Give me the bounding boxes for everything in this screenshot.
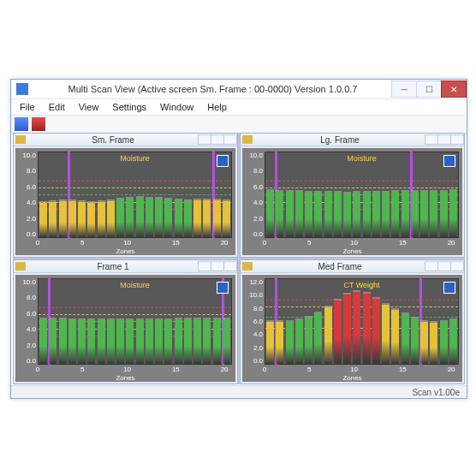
panel-btn[interactable]	[211, 134, 224, 145]
menu-edit[interactable]: Edit	[42, 101, 72, 113]
bar	[266, 189, 274, 237]
y-axis-labels: 10.08.06.04.02.00.0	[15, 152, 38, 238]
bar	[411, 317, 419, 364]
bar	[430, 321, 437, 364]
chart-title: Moisture	[39, 281, 231, 289]
chart-options-icon[interactable]	[443, 155, 455, 167]
bar	[391, 190, 399, 237]
toolbar-btn-2[interactable]	[32, 117, 45, 131]
bar	[78, 200, 86, 237]
x-axis-title: Zones	[242, 374, 462, 382]
statusbar: Scan v1.00e	[11, 385, 467, 398]
panel-header: Med Frame	[241, 260, 464, 273]
x-axis-title: Zones	[15, 247, 235, 255]
bar	[402, 312, 409, 364]
x-axis-title: Zones	[15, 374, 235, 382]
bar	[146, 197, 153, 237]
bar	[334, 299, 342, 364]
bar	[324, 306, 332, 364]
minimize-button[interactable]: ─	[391, 80, 417, 98]
panel-btn[interactable]	[223, 261, 237, 271]
maximize-button[interactable]: ☐	[416, 80, 442, 98]
bar	[411, 190, 419, 237]
chart: 10.08.06.04.02.00.0Moisture05101520Zones	[242, 148, 462, 255]
bar	[295, 318, 303, 364]
bar	[286, 320, 294, 365]
panel-btn[interactable]	[450, 261, 464, 271]
chart: 10.08.06.04.02.00.0Moisture05101520Zones	[15, 148, 235, 255]
chart-title: CT Weight	[265, 281, 458, 289]
menu-window[interactable]: Window	[153, 101, 200, 113]
toolbar	[11, 116, 467, 134]
panel-btn[interactable]	[437, 261, 451, 271]
bar	[203, 318, 211, 364]
bar	[184, 199, 192, 237]
panel-header: Frame 1	[14, 260, 237, 273]
app-icon	[16, 83, 28, 95]
bar	[440, 320, 448, 365]
bar	[136, 318, 144, 364]
chart: 12.010.08.06.04.02.00.0CT Weight05101520…	[242, 275, 462, 382]
menu-help[interactable]: Help	[200, 101, 234, 113]
panel-btn[interactable]	[223, 134, 237, 145]
bar	[68, 318, 76, 364]
y-axis-labels: 10.08.06.04.02.00.0	[15, 278, 38, 365]
bar	[420, 320, 428, 365]
bar	[449, 189, 457, 237]
x-axis-title: Zones	[242, 247, 462, 255]
panel-icon	[242, 262, 253, 271]
bar	[353, 191, 360, 237]
bar	[78, 318, 86, 364]
bar	[107, 318, 115, 364]
menubar: File Edit View Settings Window Help	[11, 99, 467, 116]
bar	[334, 191, 342, 237]
panel-btn[interactable]	[211, 261, 224, 271]
chart-panel: Lg. Frame10.08.06.04.02.00.0Moisture0510…	[240, 133, 465, 258]
bar	[372, 297, 380, 364]
toolbar-btn-1[interactable]	[15, 117, 28, 131]
panel-btn[interactable]	[198, 261, 211, 271]
bar	[430, 190, 437, 237]
client-area: Sm. Frame10.08.06.04.02.00.0Moisture0510…	[13, 133, 465, 384]
chart-panel: Med Frame12.010.08.06.04.02.00.0CT Weigh…	[240, 259, 465, 384]
close-button[interactable]: ✕	[441, 80, 467, 98]
bar	[266, 320, 274, 365]
bar	[87, 318, 95, 364]
menu-view[interactable]: View	[72, 101, 106, 113]
bar	[223, 199, 230, 237]
bar	[402, 190, 409, 237]
chart-panel: Frame 110.08.06.04.02.00.0Moisture051015…	[13, 259, 238, 384]
bar	[372, 191, 380, 237]
panel-btn[interactable]	[425, 134, 438, 145]
bar	[184, 318, 192, 364]
panel-icon	[242, 135, 253, 144]
bar	[324, 191, 332, 237]
bar	[314, 191, 322, 237]
bar	[107, 199, 115, 237]
bar	[363, 292, 371, 365]
chart-options-icon[interactable]	[217, 282, 229, 294]
bar	[126, 318, 134, 364]
chart-options-icon[interactable]	[443, 282, 455, 294]
bar	[276, 190, 283, 237]
bar	[382, 191, 390, 237]
window-title: Multi Scan View (Active screen Sm. Frame…	[33, 84, 392, 94]
panel-btn[interactable]	[425, 261, 438, 271]
menu-settings[interactable]: Settings	[105, 101, 153, 113]
bar	[343, 192, 351, 237]
panel-header: Sm. Frame	[14, 134, 237, 146]
panel-btn[interactable]	[198, 134, 211, 145]
panel-title: Lg. Frame	[254, 135, 425, 145]
bar	[68, 199, 76, 237]
menu-file[interactable]: File	[13, 101, 42, 113]
bar	[175, 318, 182, 364]
bar	[286, 190, 294, 237]
panel-btn[interactable]	[437, 134, 451, 145]
bar	[363, 191, 371, 237]
plot-area: Moisture	[38, 278, 232, 365]
y-axis-labels: 10.08.06.04.02.00.0	[242, 152, 265, 238]
bar	[164, 198, 172, 237]
bar	[305, 191, 312, 237]
panel-btn[interactable]	[450, 134, 464, 145]
chart-options-icon[interactable]	[217, 155, 229, 167]
